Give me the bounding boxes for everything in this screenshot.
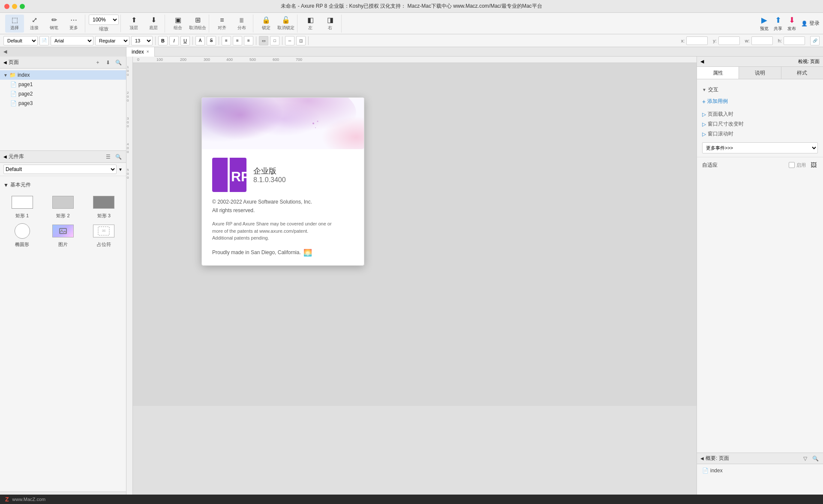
checkbox-empty[interactable] (789, 162, 795, 168)
pen-tool-button[interactable]: ✏ 钢笔 (45, 15, 63, 33)
fill-color-button[interactable]: ▭ (259, 36, 268, 45)
left-align-button[interactable]: ◧ 左 (301, 15, 320, 33)
format-icon-button[interactable]: 📄 (39, 36, 49, 45)
shadow-button[interactable]: ◫ (296, 36, 306, 45)
bottom-layer-button[interactable]: ⬇ 底层 (144, 15, 163, 33)
lock-button[interactable]: 🔒 锁定 (257, 15, 276, 33)
components-content: ▼ 基本元件 矩形 1 矩形 2 (0, 176, 126, 492)
adaptive-checkbox[interactable]: 启用 (789, 162, 806, 168)
search-pages-button[interactable]: 🔍 (114, 58, 123, 67)
ruler-v-mark-100: 100 (127, 65, 129, 77)
splash-dialog[interactable]: RP 企业版 8.1.0.3400 © 2002-2022 Axure Soft… (201, 97, 364, 266)
strike-button[interactable]: S (207, 36, 216, 45)
splash-logo-row: RP 企业版 8.1.0.3400 (212, 158, 354, 192)
search-overview-button[interactable]: 🔍 (811, 454, 820, 463)
lock-icon: 🔒 (262, 16, 270, 24)
canvas-content[interactable]: RP 企业版 8.1.0.3400 © 2002-2022 Axure Soft… (133, 63, 697, 504)
select-tool-button[interactable]: ⬚ 选择 (5, 15, 24, 33)
w-input[interactable] (751, 36, 773, 45)
component-rect2[interactable]: 矩形 2 (44, 194, 81, 219)
style-tab[interactable]: 样式 (781, 67, 823, 79)
x-input[interactable] (686, 36, 708, 45)
index-tab[interactable]: index × (126, 47, 155, 57)
collapse-right-btn[interactable]: ◀ (700, 59, 704, 64)
notes-tab[interactable]: 说明 (739, 67, 781, 79)
align-right-button[interactable]: ≡ (244, 36, 253, 45)
more-events-select[interactable]: 更多事件>>> (702, 142, 818, 153)
search-components-button[interactable]: 🔍 (114, 153, 123, 161)
add-page-button[interactable]: + (93, 58, 102, 67)
line-style-button[interactable]: ─ (285, 36, 294, 45)
filter-overview-button[interactable]: ▽ (801, 454, 809, 463)
tab-close-icon[interactable]: × (147, 49, 149, 54)
bottom-layer-icon: ⬇ (151, 16, 156, 24)
import-page-button[interactable]: ⬇ (104, 58, 112, 67)
window-controls[interactable] (4, 4, 25, 9)
weight-select[interactable]: Regular Bold Italic (95, 36, 129, 45)
top-layer-button[interactable]: ⬆ 顶层 (124, 15, 143, 33)
font-color-button[interactable]: A (195, 36, 205, 45)
bold-button[interactable]: B (158, 36, 168, 45)
component-library-select[interactable]: Default (3, 165, 117, 174)
unlock-button[interactable]: 🔓 取消锁定 (276, 15, 295, 33)
collapse-components-btn[interactable]: ◀ (3, 154, 7, 159)
right-align-button[interactable]: ◨ 右 (321, 15, 339, 33)
properties-tab[interactable]: 属性 (697, 67, 739, 79)
share-icon: ⬆ (775, 15, 781, 25)
page-icon: 📄 (10, 91, 17, 97)
login-button[interactable]: 👤 登录 (801, 20, 820, 27)
style-select[interactable]: Default (3, 36, 38, 45)
component-placeholder[interactable]: ✉ 占位符 (85, 222, 123, 248)
component-ellipse[interactable]: 椭圆形 (3, 222, 41, 248)
main-toolbar: ⬚ 选择 ⤢ 连接 ✏ 钢笔 ⋯ 更多 100% 50% 75% 150% 20… (0, 13, 823, 34)
event-window-resize[interactable]: ▷ 窗口尺寸改变时 (702, 119, 818, 129)
canvas-page: RP 企业版 8.1.0.3400 © 2002-2022 Axure Soft… (133, 63, 697, 406)
adaptive-settings-button[interactable]: 🖼 (809, 161, 818, 169)
italic-button[interactable]: I (169, 36, 179, 45)
component-rect3[interactable]: 矩形 3 (85, 194, 123, 219)
size-select[interactable]: 13 10 12 14 (131, 36, 153, 45)
event-arrow-icon: ▷ (702, 121, 706, 127)
h-lock-button[interactable]: 🔗 (810, 36, 820, 45)
component-rect1[interactable]: 矩形 1 (3, 194, 41, 219)
group-chevron-icon: ▼ (3, 182, 9, 188)
list-view-button[interactable]: ☰ (104, 153, 112, 161)
share-button[interactable]: ⬆ 共享 (774, 15, 782, 32)
h-input[interactable] (784, 36, 805, 45)
event-page-load[interactable]: ▷ 页面载入时 (702, 109, 818, 119)
pages-index-item[interactable]: ▼ 📁 index (0, 70, 126, 80)
underline-button[interactable]: U (180, 36, 190, 45)
more-tools-button[interactable]: ⋯ 更多 (64, 15, 83, 33)
pages-page2-item[interactable]: 📄 page2 (0, 89, 126, 99)
border-color-button[interactable]: □ (270, 36, 279, 45)
collapse-overview-btn[interactable]: ◀ (700, 456, 704, 461)
group-button[interactable]: ▣ 组合 (168, 15, 187, 33)
collapse-pages-icon[interactable]: ◀ (3, 49, 7, 54)
y-field: y: (713, 36, 740, 45)
minimize-button[interactable] (12, 4, 17, 9)
pages-page3-item[interactable]: 📄 page3 (0, 99, 126, 108)
pages-panel-header: ◀ 页面 + ⬇ 🔍 (0, 57, 126, 69)
component-image[interactable]: 图片 (44, 222, 81, 248)
pages-page1-item[interactable]: 📄 page1 (0, 80, 126, 89)
distribute-button[interactable]: ⫼ 分布 (232, 15, 251, 33)
preview-button[interactable]: ▶ 预览 (760, 15, 769, 32)
close-button[interactable] (4, 4, 9, 9)
align-center-button[interactable]: ≡ (233, 36, 242, 45)
basic-components-header[interactable]: ▼ 基本元件 (3, 180, 123, 190)
ungroup-button[interactable]: ⊞ 取消组合 (188, 15, 207, 33)
collapse-pages-btn[interactable]: ◀ (3, 60, 7, 65)
align-button[interactable]: ≡ 对齐 (213, 15, 231, 33)
y-input[interactable] (718, 36, 740, 45)
maximize-button[interactable] (20, 4, 25, 9)
event-window-scroll[interactable]: ▷ 窗口滚动时 (702, 129, 818, 139)
align-left-button[interactable]: ≡ (222, 36, 231, 45)
add-case-button[interactable]: + 添加用例 (702, 97, 818, 106)
zoom-select[interactable]: 100% 50% 75% 150% 200% (89, 15, 119, 25)
publish-button[interactable]: ⬇ 发布 (787, 15, 796, 32)
font-select[interactable]: Arial (51, 36, 93, 45)
ruler-mark-600: 600 (273, 57, 279, 62)
ruler-v-mark-300: 300 (127, 117, 129, 128)
connect-tool-button[interactable]: ⤢ 连接 (25, 15, 44, 33)
adaptive-label: 自适应 (702, 162, 785, 169)
